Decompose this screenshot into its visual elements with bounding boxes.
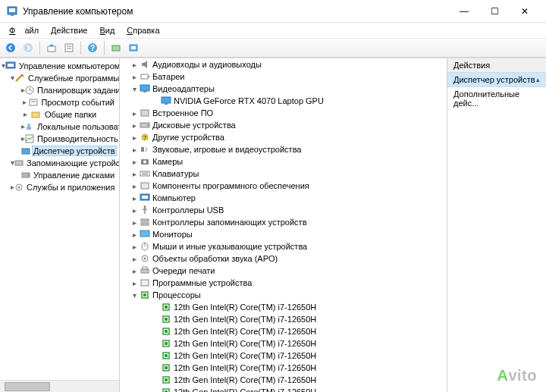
expand-icon[interactable]: ▸ <box>21 111 30 118</box>
tree-item-scheduler[interactable]: ▸Планировщик заданий <box>0 84 119 96</box>
device-label: Объекты обработки звука (APO) <box>152 254 278 263</box>
device-button[interactable] <box>126 40 141 55</box>
expand-icon[interactable]: ▸ <box>130 243 139 251</box>
expand-icon[interactable]: ▸ <box>130 206 139 215</box>
tree-group-utilities[interactable]: ▾ Служебные программы <box>0 72 119 84</box>
dev-camera[interactable]: ▸Камеры <box>120 155 447 168</box>
mouse-icon <box>139 241 151 252</box>
svg-text:?: ? <box>143 134 147 141</box>
expand-icon[interactable]: ▸ <box>130 73 139 81</box>
dev-keyboard[interactable]: ▸Клавиатуры <box>120 168 447 180</box>
scrollbar-thumb[interactable] <box>5 382 50 391</box>
help-button[interactable]: ? <box>85 40 100 55</box>
properties-button[interactable] <box>61 40 77 55</box>
collapse-icon[interactable]: ▾ <box>130 85 139 93</box>
dev-print[interactable]: ▸Очереди печати <box>120 265 447 277</box>
cpu-icon <box>160 302 172 312</box>
collapse-icon[interactable]: ▾ <box>130 291 139 299</box>
chevron-up-icon[interactable]: ▴ <box>536 76 540 83</box>
dev-gpu[interactable]: NVIDIA GeForce RTX 4070 Laptop GPU <box>120 95 447 107</box>
menu-view[interactable]: Вид <box>95 25 119 36</box>
toolbar-separator <box>39 41 40 55</box>
console-tree[interactable]: ▾ Управление компьютером (лс ▾ Служебные… <box>0 58 119 380</box>
menu-file[interactable]: Файл <box>5 25 43 36</box>
dev-cpu-core[interactable]: 12th Gen Intel(R) Core(TM) i7-12650H <box>120 337 447 350</box>
tree-group-services[interactable]: ▸Службы и приложения <box>0 181 119 193</box>
dev-softdev[interactable]: ▸Программные устройства <box>120 277 447 289</box>
dev-cpu-core[interactable]: 12th Gen Intel(R) Core(TM) i7-12650H <box>120 301 447 313</box>
dev-usb[interactable]: ▸Контроллеры USB <box>120 204 447 216</box>
expand-icon[interactable]: ▸ <box>130 61 139 69</box>
tree-item-eventviewer[interactable]: ▸Просмотр событий <box>0 96 119 108</box>
expand-icon[interactable]: ▸ <box>130 133 139 142</box>
hscrollbar[interactable] <box>0 380 119 392</box>
tree-item-devmgr[interactable]: Диспетчер устройств <box>0 145 119 157</box>
expand-icon[interactable]: ▸ <box>130 279 139 287</box>
expand-icon[interactable]: ▸ <box>130 267 139 275</box>
dev-firmware[interactable]: ▸Встроенное ПО <box>120 107 447 119</box>
app-icon <box>6 5 18 17</box>
scan-button[interactable] <box>108 40 124 55</box>
tree-item-perf[interactable]: ▸Производительность <box>0 133 119 145</box>
dev-other[interactable]: ▸?Другие устройства <box>120 131 447 143</box>
dev-cpu-core[interactable]: 12th Gen Intel(R) Core(TM) i7-12650H <box>120 374 447 386</box>
svg-point-38 <box>147 124 149 126</box>
display-icon <box>160 96 172 106</box>
tree-item-shared[interactable]: ▸Общие папки <box>0 108 119 121</box>
dev-battery[interactable]: ▸Батареи <box>120 71 447 83</box>
expand-icon[interactable]: ▸ <box>130 146 139 154</box>
dev-cpu-core[interactable]: 12th Gen Intel(R) Core(TM) i7-12650H <box>120 386 447 392</box>
up-button[interactable] <box>44 40 59 55</box>
menu-action[interactable]: Действие <box>46 25 92 36</box>
tree-group-storage[interactable]: ▾Запоминающие устройст <box>0 157 119 169</box>
dev-apo[interactable]: ▸Объекты обработки звука (APO) <box>120 252 447 265</box>
dev-mouse[interactable]: ▸Мыши и иные указывающие устройства <box>120 240 447 252</box>
dev-storage[interactable]: ▸Контроллеры запоминающих устройств <box>120 216 447 228</box>
dev-processors[interactable]: ▾Процессоры <box>120 289 447 301</box>
expand-icon[interactable]: ▸ <box>130 121 139 130</box>
tree-item-users[interactable]: ▸Локальные пользовате <box>0 121 119 133</box>
expand-icon[interactable]: ▸ <box>130 170 139 178</box>
dev-software[interactable]: ▸Компоненты программного обеспечения <box>120 180 447 192</box>
svg-rect-49 <box>142 196 148 199</box>
forward-button[interactable] <box>20 40 36 55</box>
svg-rect-30 <box>141 74 148 79</box>
expand-icon[interactable]: ▸ <box>130 255 139 263</box>
firmware-icon <box>139 108 151 118</box>
expand-icon[interactable]: ▸ <box>130 182 139 190</box>
dev-video[interactable]: ▾Видеоадаптеры <box>120 83 447 95</box>
dev-cpu-core[interactable]: 12th Gen Intel(R) Core(TM) i7-12650H <box>120 350 447 362</box>
expand-icon[interactable]: ▸ <box>130 230 139 239</box>
tree-root[interactable]: ▾ Управление компьютером (лс <box>0 60 119 72</box>
actions-more[interactable]: Дополнительные дейс... <box>447 87 546 110</box>
expand-icon[interactable]: ▸ <box>130 109 139 118</box>
maximize-button[interactable]: ☐ <box>479 0 510 23</box>
keyboard-icon <box>139 168 151 179</box>
expand-icon[interactable]: ▸ <box>21 99 28 106</box>
print-icon <box>139 265 151 276</box>
actions-context[interactable]: Диспетчер устройств ▴ <box>447 73 546 87</box>
dev-cpu-core[interactable]: 12th Gen Intel(R) Core(TM) i7-12650H <box>120 313 447 325</box>
dev-monitor[interactable]: ▸Мониторы <box>120 228 447 240</box>
expand-icon[interactable]: ▸ <box>130 158 139 166</box>
display-icon <box>139 83 151 94</box>
device-tree-pane[interactable]: ▸Аудиовходы и аудиовыходы▸Батареи▾Видеоа… <box>120 58 447 392</box>
minimize-button[interactable]: — <box>449 0 479 23</box>
dev-sound[interactable]: ▸Звуковые, игровые и видеоустройства <box>120 143 447 155</box>
svg-rect-1 <box>9 8 15 12</box>
back-button[interactable] <box>3 40 18 55</box>
close-button[interactable]: ✕ <box>510 0 540 23</box>
dev-computer[interactable]: ▸Компьютер <box>120 192 447 204</box>
svg-rect-32 <box>140 85 149 91</box>
expand-icon[interactable]: ▸ <box>130 218 139 227</box>
menu-help[interactable]: Справка <box>122 25 164 36</box>
dev-cpu-core[interactable]: 12th Gen Intel(R) Core(TM) i7-12650H <box>120 325 447 337</box>
dev-cpu-core[interactable]: 12th Gen Intel(R) Core(TM) i7-12650H <box>120 362 447 374</box>
sound-icon <box>139 144 151 155</box>
expand-icon[interactable]: ▸ <box>130 194 139 202</box>
cpu-icon <box>160 350 172 361</box>
tree-item-diskmgmt[interactable]: Управление дисками <box>0 169 119 181</box>
svg-rect-33 <box>143 91 146 93</box>
dev-audio[interactable]: ▸Аудиовходы и аудиовыходы <box>120 58 447 71</box>
dev-disk[interactable]: ▸Дисковые устройства <box>120 119 447 131</box>
